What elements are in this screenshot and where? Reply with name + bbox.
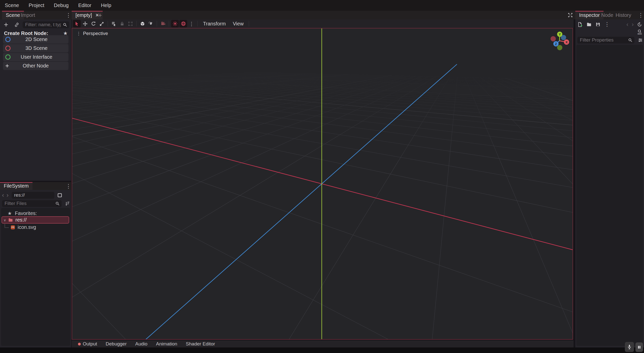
instance-scene-icon[interactable] (14, 22, 19, 27)
search-icon (55, 201, 60, 206)
filesystem-dock: FileSystem ⋮ ‹ › ★ Favorites: ∨ (0, 182, 71, 347)
path-field[interactable] (12, 192, 54, 199)
select-tool-button[interactable] (73, 20, 81, 27)
save-icon[interactable] (595, 22, 600, 27)
transform-menu[interactable]: Transform (199, 21, 229, 27)
godot-file-icon (10, 225, 15, 230)
system-bottom-strip (0, 347, 644, 353)
favorites-row[interactable]: ★ Favorites: (8, 210, 37, 217)
create-2d-scene-label: 2D Scene (11, 37, 62, 42)
node3d-icon (5, 46, 11, 51)
pause-indicator-icon[interactable] (635, 342, 643, 352)
scene-tab-label: [empty] (75, 12, 92, 18)
create-3d-scene-label: 3D Scene (11, 45, 62, 51)
filesystem-filter-input[interactable] (2, 200, 62, 207)
plus-icon (5, 63, 10, 68)
history-forward-icon[interactable]: › (632, 21, 634, 28)
output-label: Output (83, 341, 97, 347)
add-node-icon[interactable] (3, 22, 9, 27)
lock-selected-button[interactable] (118, 20, 126, 27)
tree-row-icon-svg[interactable]: icon.svg (5, 224, 36, 231)
view-menu[interactable]: View (229, 21, 247, 27)
scene-dock-menu-icon[interactable]: ⋮ (66, 12, 71, 19)
tree-row-label: res:// (15, 217, 26, 223)
move-tool-button[interactable] (81, 20, 89, 27)
star-icon: ★ (8, 210, 12, 216)
snap-toggle[interactable] (147, 20, 155, 27)
open-documentation-icon[interactable]: DOC (637, 29, 642, 35)
create-2d-scene-button[interactable]: 2D Scene (3, 35, 68, 44)
new-scene-tab-button[interactable]: + (98, 11, 102, 19)
menu-help[interactable]: Help (96, 0, 116, 11)
resource-options-icon[interactable]: ⋮ (604, 21, 610, 28)
viewport-3d[interactable]: ⋮ Perspective Y X Z (72, 28, 573, 340)
toolbar-separator (157, 21, 157, 26)
tree-row-res-root[interactable]: ∨ res:// (2, 216, 69, 224)
collapse-icon[interactable]: ∨ (4, 218, 6, 222)
rotate-tool-button[interactable] (90, 20, 97, 27)
perspective-text: Perspective (83, 31, 108, 36)
menu-scene[interactable]: Scene (0, 0, 24, 11)
create-other-node-label: Other Node (10, 63, 62, 69)
output-messages-dot (78, 343, 81, 345)
tab-history[interactable]: History (612, 11, 635, 19)
file-sort-icon[interactable] (65, 201, 70, 206)
gizmo-neg-y-ball[interactable] (557, 45, 562, 50)
panel-shader-editor-button[interactable]: Shader Editor (182, 341, 219, 347)
panel-debugger-button[interactable]: Debugger (101, 341, 131, 347)
scene-dock: ⋮ Create Root Node: ★ 2D Scene 3D Scene … (0, 19, 71, 181)
panel-output-button[interactable]: Output (74, 341, 101, 347)
scene-filter-input[interactable] (23, 21, 69, 28)
new-resource-icon[interactable] (577, 22, 583, 27)
menu-debug[interactable]: Debug (49, 0, 73, 11)
node2d-icon (5, 37, 11, 42)
inspector-content (576, 45, 643, 346)
control-node-icon (5, 54, 11, 60)
view-perspective-label[interactable]: ⋮ Perspective (74, 30, 110, 37)
view-menu-grip-icon[interactable]: ⋮ (76, 31, 81, 36)
axis-gizmo[interactable]: Y X Z (547, 29, 572, 55)
inspector-filter-input[interactable] (577, 37, 634, 44)
group-selected-button[interactable] (127, 20, 134, 27)
gizmo-neg-x-ball[interactable] (551, 36, 556, 42)
history-forward-icon[interactable]: › (7, 192, 9, 199)
history-back-icon[interactable]: ‹ (2, 192, 4, 199)
extra-options-menu-icon[interactable]: ⋮ (188, 20, 195, 27)
search-icon (628, 38, 633, 43)
menu-project[interactable]: Project (24, 0, 49, 11)
create-ui-scene-button[interactable]: User Interface (3, 53, 68, 61)
search-icon (63, 22, 67, 27)
viewport-toolbar: ⋮ Transform View (72, 19, 574, 28)
tab-filesystem[interactable]: FileSystem (0, 182, 32, 190)
filesystem-menu-icon[interactable]: ⋮ (66, 183, 71, 190)
toolbar-separator (108, 21, 108, 26)
toolbar-separator (136, 21, 137, 26)
scale-tool-button[interactable] (98, 20, 106, 27)
tab-import-dock[interactable]: Import (17, 11, 39, 19)
menu-editor[interactable]: Editor (73, 0, 96, 11)
inspector-dock-menu-icon[interactable]: ⋮ (638, 12, 643, 19)
preview-environment-toggle[interactable] (179, 20, 187, 27)
favorites-label: Favorites: (15, 210, 37, 216)
load-resource-folder-icon[interactable] (586, 22, 592, 27)
panel-animation-button[interactable]: Animation (152, 341, 182, 347)
split-mode-icon[interactable] (57, 193, 62, 198)
microphone-icon[interactable] (625, 342, 634, 352)
create-3d-scene-button[interactable]: 3D Scene (3, 44, 68, 52)
toolbar-separator (169, 21, 169, 26)
edit-history-icon[interactable] (637, 22, 642, 27)
list-select-button[interactable] (110, 20, 118, 27)
gizmo-z-label: Z (555, 42, 557, 46)
viewport-3d-grid[interactable] (72, 28, 573, 339)
inspector-dock: ⋮ ‹ › DOC (575, 19, 644, 347)
history-back-icon[interactable]: ‹ (626, 21, 628, 28)
distraction-free-mode-icon[interactable] (568, 12, 573, 18)
toolbar-separator (249, 21, 249, 26)
preview-sunlight-toggle[interactable] (171, 20, 179, 27)
create-other-node-button[interactable]: Other Node (3, 62, 68, 70)
camera-preview-toggle[interactable] (159, 20, 167, 27)
svg-text:DOC: DOC (638, 33, 642, 35)
panel-audio-button[interactable]: Audio (131, 341, 152, 347)
local-space-toggle[interactable] (139, 20, 146, 27)
filter-options-icon[interactable] (638, 38, 643, 43)
